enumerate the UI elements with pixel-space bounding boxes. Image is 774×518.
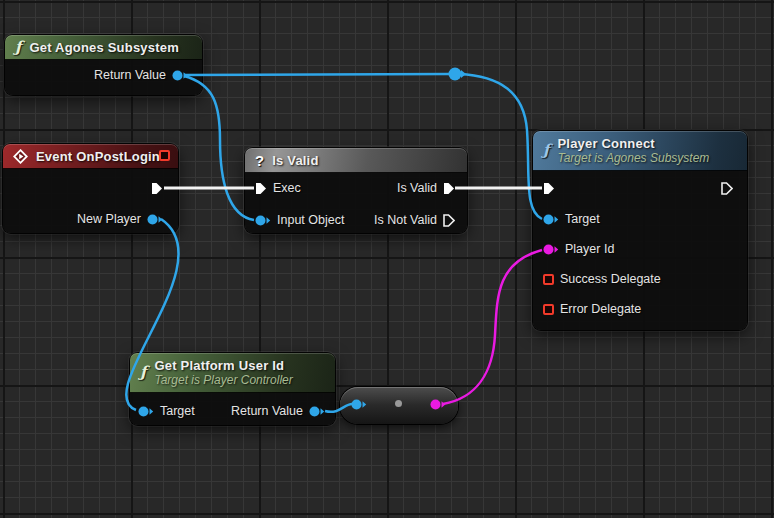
question-mark-icon: ?: [255, 152, 264, 169]
node-get-agones-subsystem[interactable]: ƒ Get Agones Subsystem Return Value: [5, 35, 202, 95]
event-icon: [13, 149, 28, 164]
node-subtitle: Target is Agones Subsystem: [557, 152, 709, 165]
function-icon: ƒ: [543, 143, 549, 158]
target-input-pin[interactable]: [543, 214, 559, 225]
return-value-output-pin[interactable]: [172, 70, 188, 81]
pin-label: Is Not Valid: [374, 213, 437, 227]
node-subtitle: Target is Player Controller: [154, 374, 292, 387]
node-is-valid[interactable]: ? Is Valid Exec Is Valid Input Object Is…: [245, 148, 467, 233]
is-valid-exec-output-pin[interactable]: [443, 182, 455, 195]
node-header[interactable]: ? Is Valid: [245, 148, 467, 173]
wire-conversion-to-playerid[interactable]: [443, 250, 542, 404]
success-delegate-pin[interactable]: [543, 274, 554, 285]
node-title: Player Connect: [557, 136, 709, 151]
pin-label: Return Value: [94, 68, 166, 82]
new-player-output-pin[interactable]: [147, 214, 163, 225]
return-value-output-pin[interactable]: [309, 406, 325, 417]
node-title: Get Platform User Id: [154, 358, 292, 373]
node-header[interactable]: Event OnPostLogin: [3, 144, 178, 169]
node-event-onpostlogin[interactable]: Event OnPostLogin New Player: [3, 144, 178, 233]
event-delegate-pin[interactable]: [159, 150, 170, 161]
node-player-connect[interactable]: ƒ Player Connect Target is Agones Subsys…: [533, 131, 747, 330]
wire-returnvalue-to-inputobject[interactable]: [184, 76, 254, 220]
reroute-node[interactable]: [449, 68, 467, 81]
pin-label: Error Delegate: [560, 302, 641, 316]
pin-label: New Player: [77, 212, 141, 226]
conversion-node[interactable]: [340, 387, 458, 424]
conversion-dot-icon: [395, 400, 402, 407]
function-icon: ƒ: [15, 40, 21, 55]
pin-label: Success Delegate: [560, 272, 661, 286]
player-id-input-pin[interactable]: [543, 244, 559, 255]
wire-returnvalue-to-reroute[interactable]: [184, 74, 450, 75]
pin-label: Player Id: [565, 242, 614, 256]
function-icon: ƒ: [140, 365, 146, 380]
node-title: Is Valid: [272, 153, 318, 168]
node-header[interactable]: ƒ Get Agones Subsystem: [5, 35, 202, 60]
node-header[interactable]: ƒ Get Platform User Id Target is Player …: [130, 353, 335, 393]
node-header[interactable]: ƒ Player Connect Target is Agones Subsys…: [533, 131, 747, 171]
is-not-valid-exec-output-pin[interactable]: [443, 214, 455, 227]
blueprint-graph-canvas[interactable]: ƒ Get Agones Subsystem Return Value Even…: [0, 0, 774, 518]
conversion-output-pin[interactable]: [430, 399, 446, 410]
pin-label: Target: [565, 212, 600, 226]
exec-output-pin[interactable]: [721, 182, 733, 195]
node-get-platform-user-id[interactable]: ƒ Get Platform User Id Target is Player …: [130, 353, 335, 425]
wire-reroute-to-target[interactable]: [459, 74, 542, 219]
pin-label: Is Valid: [397, 181, 437, 195]
error-delegate-pin[interactable]: [543, 304, 554, 315]
pin-label: Return Value: [231, 404, 303, 418]
exec-output-pin[interactable]: [151, 182, 163, 195]
conversion-input-pin[interactable]: [351, 399, 367, 410]
node-title: Event OnPostLogin: [36, 149, 160, 164]
node-title: Get Agones Subsystem: [29, 40, 178, 55]
